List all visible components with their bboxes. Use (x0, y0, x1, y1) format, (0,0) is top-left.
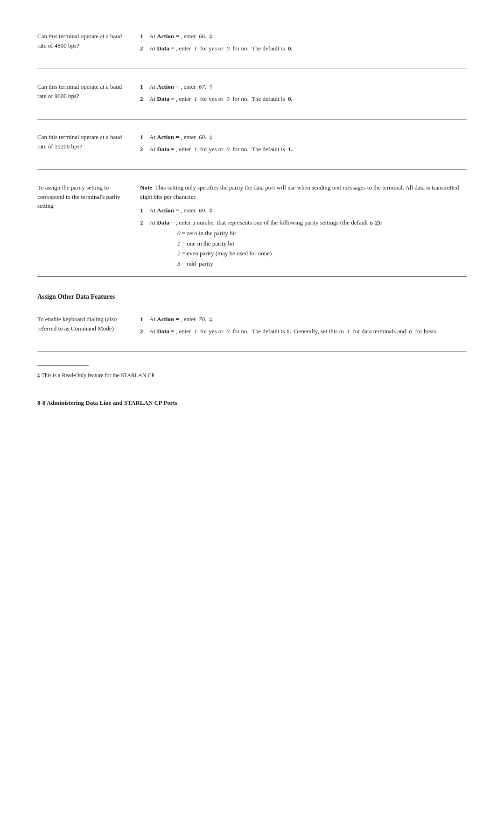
step-1: 1 At Action = , enter 67. ‡ (140, 82, 467, 91)
parity-note: Note This setting only specifies the par… (140, 183, 467, 201)
step-1: 1 At Action = , enter 70. ‡ (140, 315, 467, 324)
step-1: 1 At Action = , enter 68. ‡ (140, 133, 467, 142)
sublist-item-2: 2 = even parity (may be used for none) (177, 249, 467, 258)
section-parity: To assign the parity setting to correspo… (37, 170, 467, 276)
step-number: 2 (140, 145, 147, 154)
section-left-baud-9600: Can this terminal operate at a baud rate… (37, 82, 140, 106)
section-left-keyboard: To enable keyboard dialing (also referre… (37, 315, 140, 338)
step-1: 1 At Action = , enter 66. ‡ (140, 32, 467, 41)
step-content: At Action = , enter 69. ‡ (149, 206, 467, 215)
step-content: At Data = , enter 1 for yes or 0 for no.… (149, 44, 467, 53)
step-2: 2 At Data = , enter 1 for yes or 0 for n… (140, 94, 467, 104)
sublist-item-1: 1 = one in the parity bit (177, 239, 467, 248)
sublist-item-0: 0 = zero in the parity bit (177, 229, 467, 238)
step-number: 1 (140, 133, 147, 142)
parity-sublist: 0 = zero in the parity bit 1 = one in th… (177, 229, 467, 268)
step-content: At Data = , enter a number that represen… (149, 218, 467, 269)
step-number: 1 (140, 206, 147, 215)
section-baud-19200: Can this terminal operate at a baud rate… (37, 120, 467, 169)
section-left-baud-4800: Can this terminal operate at a baud rate… (37, 32, 140, 56)
step-2: 2 At Data = , enter 1 for yes or 0 for n… (140, 145, 467, 154)
step-content: At Action = , enter 70. ‡ (149, 315, 467, 324)
sublist-item-3: 3 = odd parity (177, 259, 467, 268)
step-1: 1 At Action = , enter 69. ‡ (140, 206, 467, 215)
section-right-baud-9600: 1 At Action = , enter 67. ‡ 2 At Data = … (140, 82, 467, 106)
footnote-rule (37, 365, 89, 368)
step-2: 2 At Data = , enter a number that repres… (140, 218, 467, 269)
step-content: At Data = , enter 1 for yes or 0 for no.… (149, 145, 467, 154)
step-number: 2 (140, 218, 147, 269)
section-right-baud-19200: 1 At Action = , enter 68. ‡ 2 At Data = … (140, 133, 467, 156)
section-left-parity: To assign the parity setting to correspo… (37, 183, 140, 272)
step-2: 2 At Data = , enter 1 for yes or 0 for n… (140, 44, 467, 53)
step-content: At Action = , enter 68. ‡ (149, 133, 467, 142)
section-baud-4800: Can this terminal operate at a baud rate… (37, 19, 467, 69)
step-content: At Data = , enter 1 for yes or 0 for no.… (149, 327, 467, 336)
step-number: 2 (140, 327, 147, 336)
section-left-baud-19200: Can this terminal operate at a baud rate… (37, 133, 140, 156)
step-content: At Data = , enter 1 for yes or 0 for no.… (149, 94, 467, 104)
page-footer: 8-8 Administering Data Line and STARLAN … (37, 398, 467, 408)
section-right-parity: Note This setting only specifies the par… (140, 183, 467, 272)
step-2: 2 At Data = , enter 1 for yes or 0 for n… (140, 327, 467, 336)
step-number: 1 (140, 32, 147, 41)
heading-other-features: Assign Other Data Features (37, 292, 467, 302)
section-keyboard-dialing: To enable keyboard dialing (also referre… (37, 315, 467, 352)
step-content: At Action = , enter 67. ‡ (149, 82, 467, 91)
step-number: 2 (140, 94, 147, 104)
section-baud-9600: Can this terminal operate at a baud rate… (37, 69, 467, 119)
divider-5 (37, 352, 467, 352)
step-number: 1 (140, 82, 147, 91)
step-content: At Action = , enter 66. ‡ (149, 32, 467, 41)
step-number: 1 (140, 315, 147, 324)
footnote-text: ‡ This is a Read-Only feature for the ST… (37, 371, 271, 380)
step-number: 2 (140, 44, 147, 53)
section-right-keyboard: 1 At Action = , enter 70. ‡ 2 At Data = … (140, 315, 467, 338)
section-right-baud-4800: 1 At Action = , enter 66. ‡ 2 At Data = … (140, 32, 467, 56)
